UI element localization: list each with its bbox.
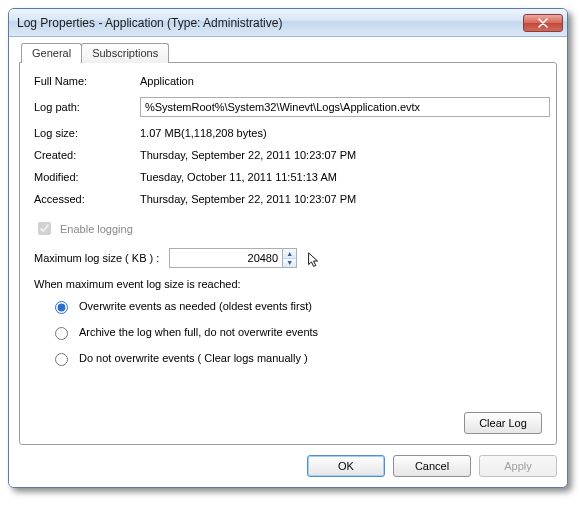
radio-archive-label: Archive the log when full, do not overwr… xyxy=(79,326,318,338)
dialog-buttons: OK Cancel Apply xyxy=(19,455,557,477)
radio-archive[interactable]: Archive the log when full, do not overwr… xyxy=(50,324,542,340)
fields-grid: Full Name: Application Log path: Log siz… xyxy=(34,75,542,205)
enable-logging-checkbox xyxy=(38,222,51,235)
max-size-label: Maximum log size ( KB ) : xyxy=(34,252,159,264)
client-area: General Subscriptions Full Name: Applica… xyxy=(9,37,567,487)
log-path-label: Log path: xyxy=(34,101,130,113)
radio-do-not-overwrite[interactable]: Do not overwrite events ( Clear logs man… xyxy=(50,350,542,366)
max-size-row: Maximum log size ( KB ) : ▲ ▼ xyxy=(34,248,542,268)
max-size-spinner[interactable]: ▲ ▼ xyxy=(169,248,297,268)
radio-do-not-overwrite-input[interactable] xyxy=(55,353,68,366)
radio-archive-input[interactable] xyxy=(55,327,68,340)
apply-button: Apply xyxy=(479,455,557,477)
max-size-input[interactable] xyxy=(170,249,282,267)
spinner-buttons: ▲ ▼ xyxy=(282,249,296,267)
radio-overwrite-input[interactable] xyxy=(55,301,68,314)
full-name-value: Application xyxy=(140,75,550,87)
cancel-button[interactable]: Cancel xyxy=(393,455,471,477)
tabpanel-general: Full Name: Application Log path: Log siz… xyxy=(19,62,557,445)
tab-general[interactable]: General xyxy=(21,43,82,63)
chevron-down-icon: ▼ xyxy=(286,259,293,266)
when-max-label: When maximum event log size is reached: xyxy=(34,278,542,290)
titlebar[interactable]: Log Properties - Application (Type: Admi… xyxy=(9,9,567,37)
tab-subscriptions[interactable]: Subscriptions xyxy=(81,43,169,63)
spinner-down[interactable]: ▼ xyxy=(283,259,296,268)
accessed-label: Accessed: xyxy=(34,193,130,205)
spinner-up[interactable]: ▲ xyxy=(283,249,296,259)
modified-value: Tuesday, October 11, 2011 11:51:13 AM xyxy=(140,171,550,183)
modified-label: Modified: xyxy=(34,171,130,183)
created-value: Thursday, September 22, 2011 10:23:07 PM xyxy=(140,149,550,161)
radio-overwrite[interactable]: Overwrite events as needed (oldest event… xyxy=(50,298,542,314)
log-size-value: 1.07 MB(1,118,208 bytes) xyxy=(140,127,550,139)
chevron-up-icon: ▲ xyxy=(286,250,293,257)
close-icon xyxy=(538,18,548,28)
window-title: Log Properties - Application (Type: Admi… xyxy=(17,16,523,30)
clear-log-button[interactable]: Clear Log xyxy=(464,412,542,434)
enable-logging-row: Enable logging xyxy=(34,219,542,238)
log-path-input[interactable] xyxy=(140,97,550,117)
ok-button[interactable]: OK xyxy=(307,455,385,477)
enable-logging-label: Enable logging xyxy=(60,223,133,235)
radio-overwrite-label: Overwrite events as needed (oldest event… xyxy=(79,300,312,312)
tabstrip: General Subscriptions xyxy=(21,43,557,63)
full-name-label: Full Name: xyxy=(34,75,130,87)
overflow-radios: Overwrite events as needed (oldest event… xyxy=(50,298,542,366)
log-size-label: Log size: xyxy=(34,127,130,139)
close-button[interactable] xyxy=(523,14,563,32)
radio-do-not-overwrite-label: Do not overwrite events ( Clear logs man… xyxy=(79,352,308,364)
accessed-value: Thursday, September 22, 2011 10:23:07 PM xyxy=(140,193,550,205)
dialog-window: Log Properties - Application (Type: Admi… xyxy=(8,8,568,488)
created-label: Created: xyxy=(34,149,130,161)
